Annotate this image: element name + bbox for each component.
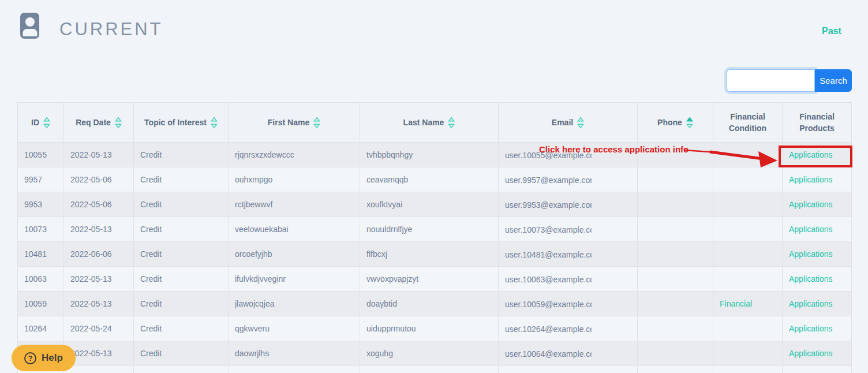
cell-financial_condition <box>713 143 783 167</box>
cell-topic: Credit <box>134 292 229 316</box>
table-body: 100552022-05-13Creditrjqnrsxzxdewccctvhb… <box>18 143 852 373</box>
current-requests-page: CURRENT Past Search IDReq DateTopic of I… <box>0 0 868 373</box>
help-button-label: Help <box>42 352 63 364</box>
email-value: user.10264@example.com <box>505 324 592 334</box>
column-label: Financial Products <box>786 111 848 135</box>
column-header-financial_condition: Financial Condition <box>713 103 783 143</box>
email-value: user.10064@example.com <box>505 349 592 359</box>
cell-email: user.9953@example.com <box>499 192 638 217</box>
sort-arrows-icon[interactable] <box>686 117 693 129</box>
cell-id: 9953 <box>18 192 64 217</box>
cell-last_name: flfbcxj <box>360 242 499 267</box>
cell-first_name: rjqnrsxzxdewccc <box>229 143 360 167</box>
column-label: ID <box>31 117 39 128</box>
sort-arrows-icon[interactable] <box>115 117 122 129</box>
cell-financial_condition <box>713 242 783 267</box>
cell-phone <box>638 267 713 292</box>
cell-req_date: 2022-05-06 <box>64 192 134 217</box>
cell-topic: Credit <box>134 242 229 267</box>
column-label: Req Date <box>76 117 111 128</box>
financial-condition-link[interactable]: Financial <box>720 299 752 308</box>
column-header-last_name[interactable]: Last Name <box>360 103 499 143</box>
cell-financial_products: Applications <box>783 316 852 341</box>
column-label: Email <box>552 117 573 128</box>
search-bar: Search <box>727 69 852 92</box>
cell-financial_condition <box>713 217 783 242</box>
cell-topic: Credit <box>134 167 229 192</box>
table-row: 104812022-06-06Creditorcoefyjhbflfbcxjus… <box>18 242 852 267</box>
column-label: Last Name <box>403 117 444 128</box>
cell-financial_products: Applications <box>783 292 852 316</box>
sort-arrows-icon[interactable] <box>211 117 218 129</box>
column-header-topic[interactable]: Topic of Interest <box>134 103 229 143</box>
column-header-financial_products: Financial Products <box>783 103 852 143</box>
cell-req_date: 2022-05-06 <box>64 167 134 192</box>
table-row: 100552022-05-13Creditrjqnrsxzxdewccctvhb… <box>18 143 852 167</box>
column-header-email[interactable]: Email <box>499 103 638 143</box>
cell-req_date: 2022-05-13 <box>64 292 134 316</box>
applications-link[interactable]: Applications <box>789 324 833 333</box>
past-tab-link[interactable]: Past <box>822 26 841 36</box>
cell-phone <box>638 242 713 267</box>
email-value: user.10059@example.com <box>505 300 592 309</box>
cell-id: 9957 <box>18 167 64 192</box>
cell-financial_products: Applications <box>783 217 852 242</box>
search-input[interactable] <box>727 69 815 92</box>
cell-email: user.10073@example.com <box>499 217 638 242</box>
email-value: user.10063@example.com <box>505 275 592 284</box>
sort-arrows-icon[interactable] <box>577 117 584 129</box>
table-row: 99532022-05-06Creditrctjbewwvfxoufktvyai… <box>18 192 852 217</box>
cell-topic: Credit <box>134 192 229 217</box>
cell-first_name: ifulvkdjvveginr <box>229 267 360 292</box>
column-header-id[interactable]: ID <box>18 103 64 143</box>
column-header-phone[interactable]: Phone <box>638 103 713 143</box>
cell-first_name: orcoefyjhb <box>229 242 360 267</box>
cell-topic: Credit <box>134 316 229 341</box>
applications-link[interactable]: Applications <box>789 249 833 259</box>
sort-arrows-icon[interactable] <box>448 117 455 129</box>
person-badge-icon <box>20 13 39 39</box>
table-row: 99572022-05-06Creditouhxmpgoceavamqqbuse… <box>18 167 852 192</box>
column-label: First Name <box>268 117 309 128</box>
cell-id: 10063 <box>18 267 64 292</box>
cell-first_name: jlawojcqjea <box>229 292 360 316</box>
cell-topic: Credit <box>134 143 229 167</box>
table-row: 100592022-05-13Creditjlawojcqjeadoaybtid… <box>18 292 852 316</box>
cell-id: 10264 <box>18 316 64 341</box>
applications-link[interactable]: Applications <box>789 274 833 284</box>
applications-link[interactable]: Applications <box>789 299 833 308</box>
cell-financial_products: Applications <box>783 242 852 267</box>
sort-arrows-icon[interactable] <box>313 117 320 129</box>
table-row: 102642022-05-24Creditqgkwveruuidupprmuto… <box>18 316 852 341</box>
help-button[interactable]: ? Help <box>12 345 76 371</box>
cell-id: 10059 <box>18 292 64 316</box>
column-header-req_date[interactable]: Req Date <box>64 103 134 143</box>
column-header-first_name[interactable]: First Name <box>229 103 360 143</box>
table-row: 100632022-05-13Creditifulvkdjvveginrvwvo… <box>18 267 852 292</box>
applications-link[interactable]: Applications <box>789 225 833 234</box>
cell-first_name: veelowuekabai <box>229 217 360 242</box>
cell-email: user.10064@example.com <box>499 341 638 366</box>
cell-financial_condition: Financial <box>713 292 783 316</box>
applications-link[interactable]: Applications <box>789 349 833 358</box>
cell-req_date: 2022-05-13 <box>64 143 134 167</box>
cell-topic: Credit <box>134 267 229 292</box>
cell-first_name: daowrjlhs <box>229 341 360 366</box>
cell-first_name: rctjbewwvf <box>229 192 360 217</box>
column-label: Phone <box>657 117 682 128</box>
cell-last_name: ceavamqqb <box>360 167 499 192</box>
person-head <box>25 17 35 27</box>
sort-arrows-icon[interactable] <box>43 117 50 129</box>
applications-link[interactable]: Applications <box>789 200 833 209</box>
cell-financial_condition <box>713 192 783 217</box>
table-row: 100642022-05-13Creditdaowrjlhsxoguhguser… <box>18 341 852 366</box>
page-title: CURRENT <box>59 19 163 40</box>
cell-last_name: nouuldrnlfjye <box>360 217 499 242</box>
applications-link[interactable]: Applications <box>789 175 833 184</box>
search-button[interactable]: Search <box>815 69 852 92</box>
applications-link[interactable]: Applications <box>789 150 833 159</box>
table-row: 100732022-05-13Creditveelowuekabainouuld… <box>18 217 852 242</box>
cell-email: user.9957@example.com <box>499 167 638 192</box>
cell-topic: Credit <box>134 341 229 366</box>
cell-email: user.10264@example.com <box>499 316 638 341</box>
